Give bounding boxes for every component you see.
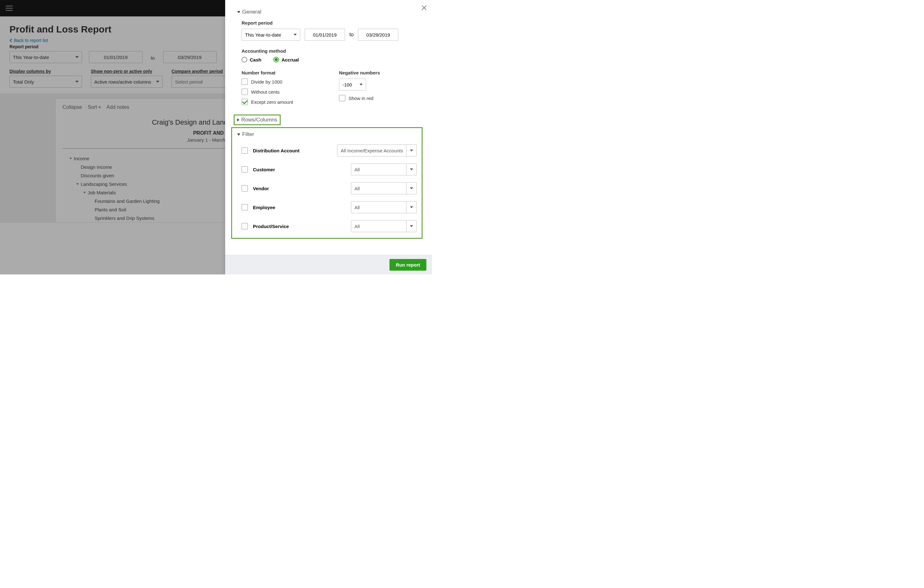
to-label: to [151, 55, 155, 63]
caret-down-icon [406, 183, 416, 194]
filter-section-header[interactable]: Filter [237, 131, 417, 137]
collapse-link[interactable]: Collapse [63, 104, 82, 110]
filter-label: Employee [253, 205, 310, 210]
filter-checkbox[interactable] [242, 185, 248, 192]
filter-item: VendorAll [242, 182, 417, 194]
date-from-input[interactable]: 01/01/2019 [89, 51, 142, 63]
show-nonzero-select[interactable]: Active rows/active columns [91, 76, 163, 88]
show-nonzero-label: Show non-zero or active only [91, 69, 163, 74]
chevron-left-icon [10, 38, 12, 42]
negative-numbers-label: Negative numbers [339, 70, 421, 75]
except-zero-checkbox[interactable] [242, 99, 248, 105]
panel-period-select[interactable]: This Year-to-date [242, 29, 300, 41]
filter-checkbox[interactable] [242, 223, 248, 230]
filter-item: CustomerAll [242, 164, 417, 175]
caret-down-icon [75, 56, 79, 58]
caret-down-icon [406, 145, 416, 156]
back-to-report-list-link[interactable]: Back to report list [10, 38, 48, 43]
accounting-method-label: Accounting method [242, 48, 421, 54]
display-columns-select[interactable]: Total Only [10, 76, 82, 88]
without-cents-checkbox[interactable] [242, 89, 248, 95]
caret-down-icon [406, 220, 416, 232]
filter-checkbox[interactable] [242, 204, 248, 210]
caret-down-icon [294, 34, 297, 36]
filter-label: Product/Service [253, 224, 310, 229]
filter-select[interactable]: All [351, 201, 417, 213]
general-section-header[interactable]: General [237, 9, 421, 15]
cash-radio[interactable]: Cash [242, 57, 261, 63]
report-period-select[interactable]: This Year-to-date [10, 51, 82, 63]
accrual-radio[interactable]: Accrual [274, 57, 299, 63]
to-label: to [350, 32, 353, 38]
filter-label: Vendor [253, 186, 310, 191]
customize-panel: ✕ General Report period This Year-to-dat… [225, 0, 432, 274]
caret-down-icon [237, 134, 240, 135]
date-to-input[interactable]: 03/29/2019 [163, 51, 217, 63]
filter-select[interactable]: All [351, 164, 417, 175]
filter-checkbox[interactable] [242, 147, 248, 154]
filter-select[interactable]: All [351, 182, 417, 194]
divide-by-1000-checkbox[interactable] [242, 79, 248, 85]
panel-date-to-input[interactable] [358, 29, 398, 41]
close-icon[interactable]: ✕ [421, 3, 427, 13]
filter-label: Customer [253, 167, 310, 172]
caret-down-icon [406, 202, 416, 213]
caret-down-icon [83, 192, 86, 193]
add-notes-link[interactable]: Add notes [107, 104, 129, 110]
rows-columns-section-header[interactable]: Rows/Columns [237, 117, 277, 123]
caret-down-icon [360, 84, 363, 86]
filter-item: Product/ServiceAll [242, 220, 417, 232]
filter-item: Distribution AccountAll Income/Expense A… [242, 144, 417, 157]
run-report-button[interactable]: Run report [389, 259, 426, 271]
caret-right-icon [237, 118, 239, 121]
caret-down-icon [237, 11, 240, 13]
caret-down-icon [406, 164, 416, 175]
negative-numbers-select[interactable]: -100 [339, 79, 366, 91]
filter-checkbox[interactable] [242, 166, 248, 173]
caret-down-icon [75, 81, 79, 83]
filter-highlight-box: Filter Distribution AccountAll Income/Ex… [231, 127, 422, 239]
filter-label: Distribution Account [253, 148, 310, 153]
caret-down-icon [156, 81, 159, 83]
display-columns-label: Display columns by [10, 69, 82, 74]
caret-down-icon [76, 183, 79, 185]
filter-item: EmployeeAll [242, 201, 417, 213]
sort-link[interactable]: Sort [87, 104, 101, 110]
filter-select[interactable]: All [351, 220, 417, 232]
caret-down-icon [98, 107, 101, 108]
number-format-label: Number format [242, 70, 324, 75]
filter-select[interactable]: All Income/Expense Accounts [337, 144, 417, 157]
caret-down-icon [69, 158, 72, 159]
panel-date-from-input[interactable] [305, 29, 345, 41]
hamburger-icon[interactable] [6, 6, 13, 11]
panel-report-period-label: Report period [242, 20, 421, 26]
show-in-red-checkbox[interactable] [339, 95, 345, 101]
panel-footer: Run report [225, 255, 432, 274]
